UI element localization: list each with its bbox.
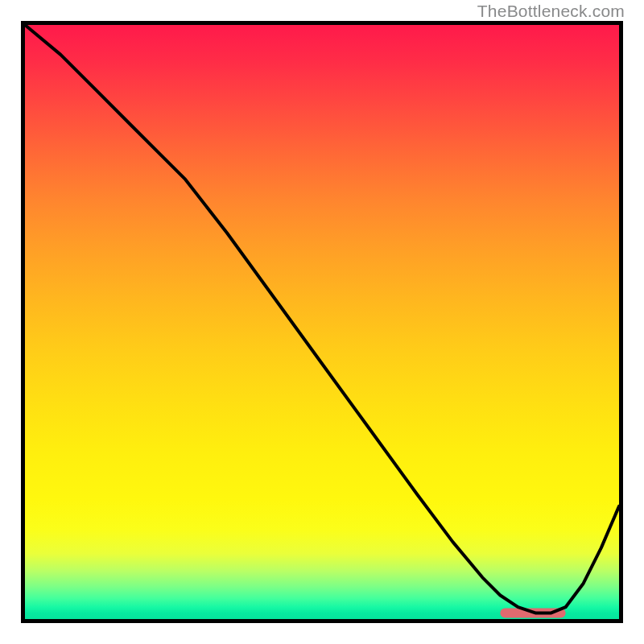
curve-path	[25, 25, 619, 613]
chart-frame	[21, 21, 623, 623]
watermark-text: TheBottleneck.com	[477, 2, 625, 21]
chart-overlay	[25, 25, 619, 619]
